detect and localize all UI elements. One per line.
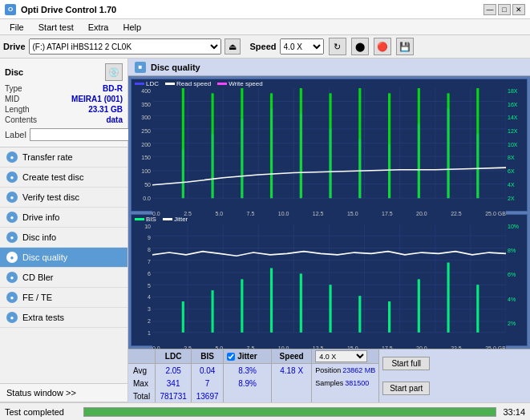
max-label: Max [128,377,155,390]
drive-label: Drive [3,42,26,51]
nav-icon-create-test-disc: ● [6,172,18,183]
svg-rect-62 [212,290,214,333]
nav-icon-verify-test-disc: ● [6,192,18,203]
disc-quality-header: ■ Disc quality [128,59,530,76]
drive-bar: Drive (F:) ATAPI iHBS112 2 CL0K ⏏ Speed … [0,35,530,59]
close-button[interactable]: ✕ [512,4,525,15]
progress-bar-container [83,407,496,417]
stats-bar: Avg Max Total LDC 2.05 341 781731 BIS 0.… [128,349,530,402]
disc-icon-btn[interactable]: 💿 [105,63,123,81]
eject-button[interactable]: ⏏ [225,38,241,55]
nav-icon-disc-quality: ● [6,252,18,263]
total-bis: 13697 [192,390,223,402]
speed-select-stats[interactable]: 4.0 X [315,350,367,362]
nav-item-extra-tests[interactable]: ●Extra tests [0,308,127,328]
svg-rect-33 [270,93,273,198]
app-icon: O [5,4,16,15]
svg-rect-31 [212,93,214,198]
svg-rect-65 [300,273,302,332]
bottom-status-bar: Test completed 33:14 [0,402,530,420]
nav-label-transfer-rate: Transfer rate [22,152,73,162]
title-bar: O Opti Drive Control 1.70 — □ ✕ [0,0,530,19]
save-button[interactable]: 💾 [396,38,414,55]
avg-bis: 0.04 [192,364,223,377]
mid-label: MID [5,95,19,103]
nav-icon-transfer-rate: ● [6,151,18,163]
nav-item-create-test-disc[interactable]: ●Create test disc [0,168,127,188]
length-label: Length [5,105,30,114]
svg-rect-67 [358,296,361,333]
nav-label-verify-test-disc: Verify test disc [22,192,79,202]
nav-item-transfer-rate[interactable]: ●Transfer rate [0,147,127,168]
jitter-checkbox[interactable] [227,353,235,361]
settings-button1[interactable]: ⬤ [351,38,369,55]
total-label: Total [128,390,155,402]
dq-title: Disc quality [151,63,200,72]
disc-section-title: Disc [5,67,23,77]
progress-bar-fill [84,408,496,416]
svg-rect-32 [241,88,243,198]
nav-item-verify-test-disc[interactable]: ●Verify test disc [0,188,127,208]
nav-icon-cd-bler: ● [6,272,18,283]
minimize-button[interactable]: — [483,4,496,15]
nav-item-disc-info[interactable]: ●Disc info [0,228,127,248]
nav-item-disc-quality[interactable]: ●Disc quality [0,248,127,268]
max-jitter: 8.9% [224,377,271,390]
svg-rect-63 [241,279,243,333]
avg-label: Avg [128,364,155,377]
svg-rect-39 [447,93,450,198]
svg-rect-34 [300,88,302,198]
max-bis: 7 [192,377,223,390]
maximize-button[interactable]: □ [498,4,511,15]
settings-button2[interactable]: 🔴 [374,38,391,55]
speed-select[interactable]: 4.0 X [280,38,324,55]
svg-rect-68 [388,301,390,333]
nav-label-create-test-disc: Create test disc [22,172,83,182]
nav-item-cd-bler[interactable]: ●CD Bler [0,268,127,288]
svg-rect-36 [358,88,361,198]
drive-select[interactable]: (F:) ATAPI iHBS112 2 CL0K [29,38,221,55]
status-window-label: Status window >> [6,388,76,398]
menu-file[interactable]: File [3,21,30,34]
nav-label-drive-info: Drive info [22,212,59,222]
nav-label-disc-info: Disc info [22,232,56,242]
refresh-button[interactable]: ↻ [329,38,346,55]
svg-rect-61 [182,301,184,333]
samples-label: Samples [315,379,343,387]
position-label: Position [315,366,341,374]
avg-ldc: 2.05 [156,364,191,377]
status-window-button[interactable]: Status window >> [0,384,127,402]
mid-value: MEIRA1 (001) [71,95,123,103]
elapsed-time: 33:14 [503,407,525,417]
jitter-label: Jitter [237,352,257,361]
menu-help[interactable]: Help [116,21,148,34]
nav-label-disc-quality: Disc quality [22,252,67,262]
label-input[interactable] [30,128,136,141]
nav-label-cd-bler: CD Bler [22,273,54,282]
contents-label: Contents [5,115,37,124]
menu-bar: File Start test Extra Help [0,19,530,35]
nav-item-fe-te[interactable]: ●FE / TE [0,288,127,308]
menu-extra[interactable]: Extra [82,21,115,34]
svg-rect-70 [447,262,450,332]
svg-rect-37 [388,93,390,198]
menu-start-test[interactable]: Start test [32,21,80,34]
speed-label: Speed [250,42,277,51]
ldc-chart: LDC Read speed Write speed [131,79,528,212]
nav-item-drive-info[interactable]: ●Drive info [0,208,127,228]
svg-rect-35 [330,93,332,198]
max-ldc: 341 [156,377,191,390]
position-value: 23862 MB [342,366,375,374]
total-ldc: 781731 [156,390,191,402]
avg-speed: 4.18 X [272,364,311,377]
svg-rect-71 [476,285,479,333]
type-value: BD-R [103,84,123,93]
start-full-button[interactable]: Start full [382,357,430,370]
nav-icon-extra-tests: ● [6,312,18,323]
nav-label-extra-tests: Extra tests [22,313,64,322]
nav-label-fe-te: FE / TE [22,293,52,302]
svg-rect-69 [418,279,420,333]
start-part-button[interactable]: Start part [382,382,430,395]
svg-rect-66 [330,285,332,333]
type-label: Type [5,84,22,93]
